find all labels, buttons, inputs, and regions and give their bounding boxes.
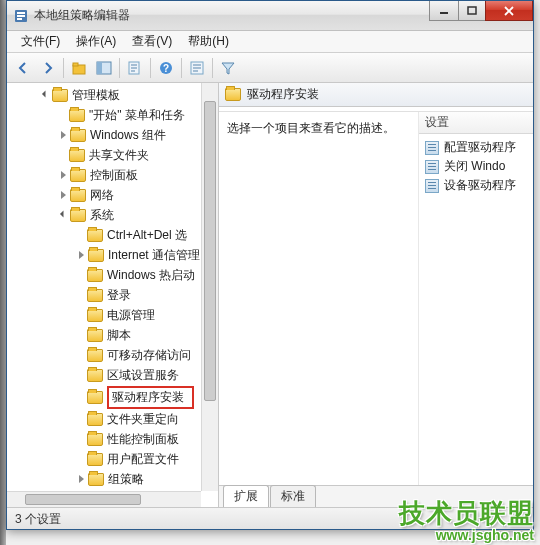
tree-node[interactable]: 性能控制面板 <box>7 429 202 449</box>
folder-icon <box>52 89 68 102</box>
tree-node-driver-install[interactable]: 驱动程序安装 <box>7 385 202 409</box>
setting-item[interactable]: 设备驱动程序 <box>421 176 531 195</box>
statusbar: 3 个设置 <box>7 507 533 529</box>
tree-node[interactable]: 用户配置文件 <box>7 449 202 469</box>
window-title: 本地组策略编辑器 <box>34 7 130 24</box>
svg-rect-1 <box>17 12 25 14</box>
help-button[interactable]: ? <box>154 56 178 80</box>
tree-node[interactable]: 脚本 <box>7 325 202 345</box>
menu-action[interactable]: 操作(A) <box>68 31 124 52</box>
folder-icon <box>87 349 103 362</box>
scroll-thumb[interactable] <box>204 101 216 401</box>
menu-view[interactable]: 查看(V) <box>124 31 180 52</box>
tree-node-admin-templates[interactable]: 管理模板 <box>7 85 202 105</box>
svg-rect-11 <box>97 62 102 74</box>
menu-file[interactable]: 文件(F) <box>13 31 68 52</box>
svg-rect-9 <box>73 63 78 66</box>
tab-standard[interactable]: 标准 <box>270 485 316 507</box>
svg-rect-3 <box>17 18 22 20</box>
description-text: 选择一个项目来查看它的描述。 <box>227 120 410 137</box>
filter-button[interactable] <box>216 56 240 80</box>
expander-icon[interactable] <box>57 189 69 201</box>
folder-icon <box>87 369 103 382</box>
folder-icon <box>87 453 103 466</box>
details-header: 驱动程序安装 <box>219 83 533 107</box>
tree-node[interactable]: 网络 <box>7 185 202 205</box>
close-button[interactable] <box>485 1 533 21</box>
folder-icon <box>70 169 86 182</box>
properties-button[interactable] <box>185 56 209 80</box>
folder-icon <box>87 391 103 404</box>
setting-item[interactable]: 关闭 Windo <box>421 157 531 176</box>
tree-node[interactable]: 可移动存储访问 <box>7 345 202 365</box>
tree-node[interactable]: Windows 组件 <box>7 125 202 145</box>
forward-button[interactable] <box>36 56 60 80</box>
expander-icon[interactable] <box>75 473 87 485</box>
folder-icon <box>69 109 85 122</box>
description-column: 选择一个项目来查看它的描述。 <box>219 112 419 485</box>
scroll-thumb[interactable] <box>25 494 141 505</box>
svg-rect-2 <box>17 15 25 17</box>
expander-icon[interactable] <box>57 209 69 221</box>
expander-icon[interactable] <box>57 169 69 181</box>
menubar: 文件(F) 操作(A) 查看(V) 帮助(H) <box>7 31 533 53</box>
tree-node[interactable]: Ctrl+Alt+Del 选 <box>7 225 202 245</box>
maximize-button[interactable] <box>458 1 486 21</box>
tab-extended[interactable]: 扩展 <box>223 485 269 507</box>
tree-node[interactable]: 组策略 <box>7 469 202 489</box>
folder-icon <box>70 209 86 222</box>
folder-icon <box>70 189 86 202</box>
expander-icon[interactable] <box>57 129 69 141</box>
folder-icon <box>87 413 103 426</box>
export-button[interactable] <box>123 56 147 80</box>
minimize-button[interactable] <box>429 1 459 21</box>
tree-node-system[interactable]: 系统 <box>7 205 202 225</box>
tree-vertical-scrollbar[interactable] <box>201 83 218 491</box>
tree-node[interactable]: 登录 <box>7 285 202 305</box>
tree-node[interactable]: Windows 热启动 <box>7 265 202 285</box>
folder-icon <box>69 149 85 162</box>
titlebar: 本地组策略编辑器 <box>7 1 533 31</box>
up-button[interactable] <box>67 56 91 80</box>
folder-icon <box>225 88 241 101</box>
folder-icon <box>87 289 103 302</box>
status-text: 3 个设置 <box>15 512 61 526</box>
tabstrip: 扩展 标准 <box>219 485 533 507</box>
policy-icon <box>425 179 439 193</box>
svg-rect-5 <box>468 7 476 14</box>
folder-icon <box>88 249 104 262</box>
policy-icon <box>425 141 439 155</box>
details-pane: 驱动程序安装 选择一个项目来查看它的描述。 设置 配置驱动程序 关闭 Windo… <box>219 83 533 507</box>
main-window: 本地组策略编辑器 文件(F) 操作(A) 查看(V) 帮助(H) ? <box>6 0 534 530</box>
folder-icon <box>87 269 103 282</box>
setting-item[interactable]: 配置驱动程序 <box>421 138 531 157</box>
tree-node[interactable]: 区域设置服务 <box>7 365 202 385</box>
folder-icon <box>87 433 103 446</box>
folder-icon <box>87 329 103 342</box>
show-hide-tree-button[interactable] <box>92 56 116 80</box>
tree-node[interactable]: 文件夹重定向 <box>7 409 202 429</box>
tree-node[interactable]: 电源管理 <box>7 305 202 325</box>
folder-icon <box>70 129 86 142</box>
folder-icon <box>87 229 103 242</box>
back-button[interactable] <box>11 56 35 80</box>
app-icon <box>13 8 29 24</box>
tree-node[interactable]: Internet 通信管理 <box>7 245 202 265</box>
tree-node[interactable]: "开始" 菜单和任务 <box>7 105 202 125</box>
toolbar: ? <box>7 53 533 83</box>
tree-node[interactable]: 共享文件夹 <box>7 145 202 165</box>
tree-pane: 管理模板 "开始" 菜单和任务 Windows 组件 共享文件夹 控制面板 网络… <box>7 83 219 507</box>
svg-text:?: ? <box>163 63 169 74</box>
tree-horizontal-scrollbar[interactable] <box>7 491 201 507</box>
menu-help[interactable]: 帮助(H) <box>180 31 237 52</box>
settings-column: 设置 配置驱动程序 关闭 Windo 设备驱动程序 <box>419 112 533 485</box>
details-title: 驱动程序安装 <box>247 86 319 103</box>
expander-icon[interactable] <box>75 249 87 261</box>
settings-header[interactable]: 设置 <box>419 112 533 134</box>
folder-icon <box>88 473 104 486</box>
policy-icon <box>425 160 439 174</box>
expander-icon[interactable] <box>39 89 51 101</box>
tree-node[interactable]: 控制面板 <box>7 165 202 185</box>
svg-rect-4 <box>440 12 448 14</box>
folder-icon <box>87 309 103 322</box>
